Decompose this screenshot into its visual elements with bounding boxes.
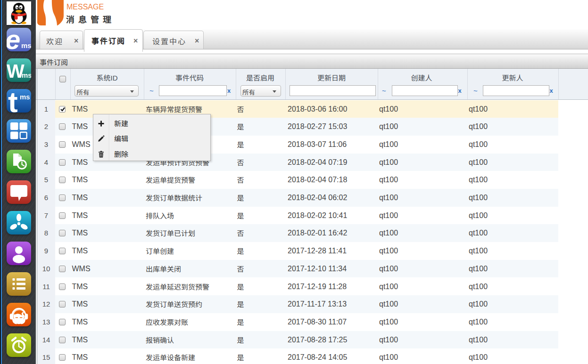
svg-text:e: e [7, 28, 20, 51]
svg-text:t: t [8, 89, 18, 113]
svg-text:ms: ms [22, 71, 31, 79]
svg-text:ms: ms [20, 93, 30, 101]
svg-text:ms: ms [21, 41, 31, 49]
